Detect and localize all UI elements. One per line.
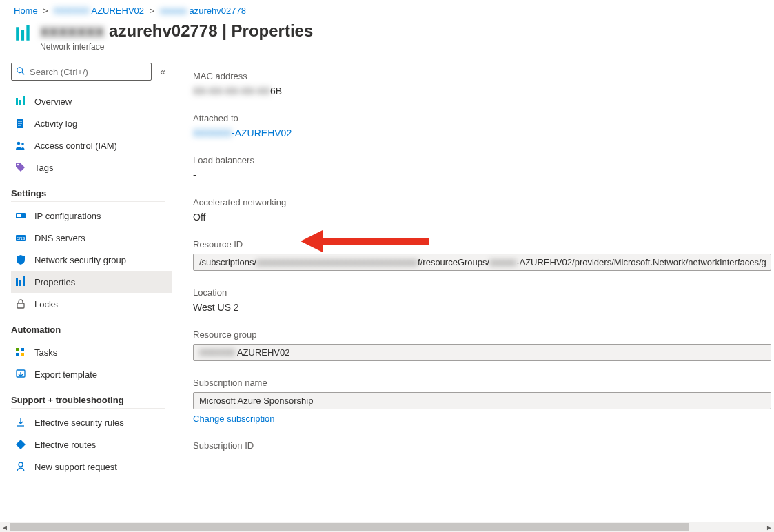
tag-icon bbox=[15, 162, 26, 173]
search-box[interactable] bbox=[11, 63, 152, 81]
nav-effective-security-rules[interactable]: Effective security rules bbox=[11, 411, 172, 433]
search-icon bbox=[16, 66, 26, 78]
nav-label: Tags bbox=[34, 163, 53, 173]
load-balancers-label: Load balancers bbox=[193, 155, 774, 165]
svg-rect-25 bbox=[21, 348, 24, 351]
accelerated-networking-value: Off bbox=[193, 212, 774, 223]
nav-label: IP configurations bbox=[34, 211, 101, 221]
export-icon bbox=[15, 369, 26, 380]
breadcrumb: Home > XXXXXX AZUREHV02 > xxxxxx azurehv… bbox=[0, 0, 774, 19]
svg-rect-26 bbox=[16, 353, 19, 356]
nav-label: Effective routes bbox=[34, 440, 96, 450]
horizontal-scrollbar[interactable]: ◄ ► bbox=[0, 522, 774, 532]
attached-to-link[interactable]: XXXXXX-AZUREHV02 bbox=[193, 127, 774, 139]
chevron-right-icon: > bbox=[40, 6, 51, 16]
resource-group-label: Resource group bbox=[193, 329, 774, 340]
location-label: Location bbox=[193, 287, 774, 298]
page-header: xxxxxxx azurehv02778 | Properties Networ… bbox=[0, 19, 774, 60]
dns-icon: DNS bbox=[15, 232, 26, 243]
svg-point-14 bbox=[17, 164, 19, 165]
svg-rect-10 bbox=[18, 123, 22, 124]
nav-label: Access control (IAM) bbox=[34, 141, 117, 151]
change-subscription-link[interactable]: Change subscription bbox=[193, 413, 275, 424]
nav-label: New support request bbox=[34, 462, 117, 472]
nav-label: Network security group bbox=[34, 255, 126, 265]
resource-group-value[interactable]: XXXXXX AZUREHV02 bbox=[193, 344, 771, 361]
network-interface-icon bbox=[15, 96, 26, 107]
nav-locks[interactable]: Locks bbox=[11, 293, 172, 315]
svg-rect-2 bbox=[26, 25, 29, 41]
svg-rect-17 bbox=[19, 214, 21, 217]
svg-rect-11 bbox=[18, 125, 21, 126]
svg-rect-9 bbox=[18, 121, 22, 122]
svg-text:DNS: DNS bbox=[17, 236, 26, 241]
subscription-name-value[interactable]: Microsoft Azure Sponsorship bbox=[193, 392, 771, 409]
subscription-id-label: Subscription ID bbox=[193, 440, 774, 451]
ip-config-icon bbox=[15, 210, 26, 221]
svg-rect-21 bbox=[19, 280, 21, 286]
svg-rect-1 bbox=[21, 30, 24, 41]
people-icon bbox=[15, 140, 26, 151]
breadcrumb-level1[interactable]: XXXXXX AZUREHV02 bbox=[54, 6, 145, 16]
resource-id-value[interactable]: /subscriptions/xxxxxxxxxxxxxxxxxxxxxxxxx… bbox=[193, 254, 771, 271]
search-input[interactable] bbox=[30, 67, 147, 77]
svg-rect-20 bbox=[16, 278, 18, 286]
nav-label: Tasks bbox=[34, 347, 57, 358]
support-icon bbox=[15, 461, 26, 472]
resource-id-label: Resource ID bbox=[193, 239, 774, 249]
lock-icon bbox=[15, 298, 26, 309]
svg-rect-23 bbox=[17, 303, 24, 308]
nav-label: Overview bbox=[34, 96, 72, 107]
nav-label: Locks bbox=[34, 299, 58, 309]
nav-network-security-group[interactable]: Network security group bbox=[11, 249, 172, 271]
nav-tasks[interactable]: Tasks bbox=[11, 341, 172, 363]
subscription-name-label: Subscription name bbox=[193, 378, 774, 388]
svg-rect-7 bbox=[23, 96, 25, 105]
tasks-icon bbox=[15, 347, 26, 358]
nav-label: Export template bbox=[34, 369, 97, 380]
location-value: West US 2 bbox=[193, 302, 774, 313]
svg-point-3 bbox=[17, 67, 23, 72]
nav-ip-configurations[interactable]: IP configurations bbox=[11, 205, 172, 227]
nav-overview[interactable]: Overview bbox=[11, 90, 172, 112]
scrollbar-thumb[interactable] bbox=[10, 523, 689, 531]
nav-export-template[interactable]: Export template bbox=[11, 363, 172, 385]
svg-point-13 bbox=[21, 143, 24, 145]
network-interface-icon bbox=[14, 24, 33, 43]
shield-icon bbox=[15, 254, 26, 265]
nav-activity-log[interactable]: Activity log bbox=[11, 112, 172, 134]
page-title: xxxxxxx azurehv02778 | Properties bbox=[40, 21, 313, 41]
svg-rect-5 bbox=[16, 98, 18, 105]
svg-rect-22 bbox=[23, 276, 25, 286]
nav-label: Properties bbox=[34, 277, 75, 287]
attached-to-label: Attached to bbox=[193, 113, 774, 123]
scroll-right-arrow[interactable]: ► bbox=[764, 524, 774, 531]
svg-rect-24 bbox=[16, 348, 19, 351]
breadcrumb-level2[interactable]: xxxxxx azurehv02778 bbox=[160, 6, 246, 16]
accelerated-networking-label: Accelerated networking bbox=[193, 197, 774, 207]
nav-effective-routes[interactable]: Effective routes bbox=[11, 433, 172, 456]
breadcrumb-home[interactable]: Home bbox=[14, 6, 38, 16]
svg-rect-27 bbox=[21, 353, 24, 356]
nav-section-settings: Settings bbox=[11, 178, 165, 202]
scroll-left-arrow[interactable]: ◄ bbox=[0, 524, 10, 531]
nav-dns-servers[interactable]: DNS DNS servers bbox=[11, 227, 172, 249]
nav-tags[interactable]: Tags bbox=[11, 156, 172, 178]
scrollbar-track[interactable] bbox=[10, 522, 764, 532]
nav-access-control[interactable]: Access control (IAM) bbox=[11, 134, 172, 156]
load-balancers-value: - bbox=[193, 170, 774, 181]
nav-new-support-request[interactable]: New support request bbox=[11, 456, 172, 478]
nav-label: Activity log bbox=[34, 119, 77, 129]
routes-icon bbox=[15, 439, 26, 450]
svg-rect-6 bbox=[19, 100, 21, 105]
svg-rect-16 bbox=[17, 214, 19, 217]
nav-properties[interactable]: Properties bbox=[11, 271, 172, 293]
mac-address-label: MAC address bbox=[193, 71, 774, 81]
nav-section-support: Support + troubleshooting bbox=[11, 385, 165, 409]
collapse-sidebar-button[interactable]: « bbox=[152, 66, 170, 77]
svg-line-4 bbox=[22, 72, 25, 74]
svg-point-12 bbox=[17, 142, 21, 145]
nav-label: Effective security rules bbox=[34, 418, 124, 428]
log-icon bbox=[15, 118, 26, 129]
page-subtitle: Network interface bbox=[40, 42, 313, 52]
